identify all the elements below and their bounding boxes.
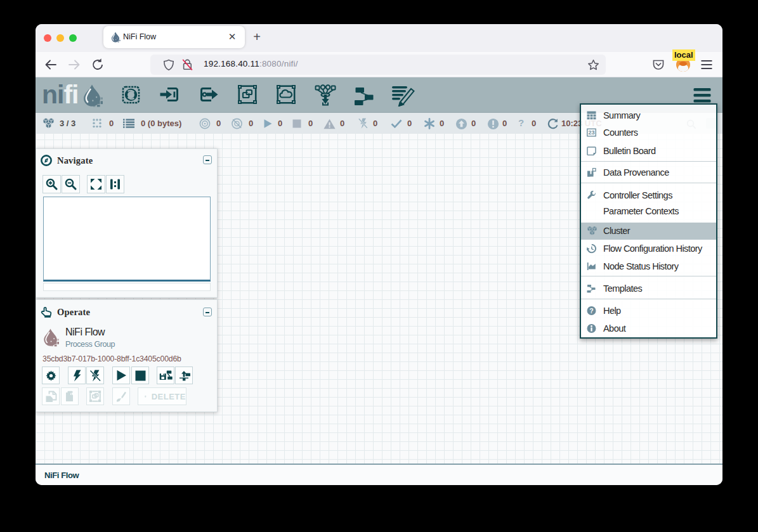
svg-text:?: ? (589, 307, 593, 315)
svg-text:23: 23 (588, 129, 594, 136)
